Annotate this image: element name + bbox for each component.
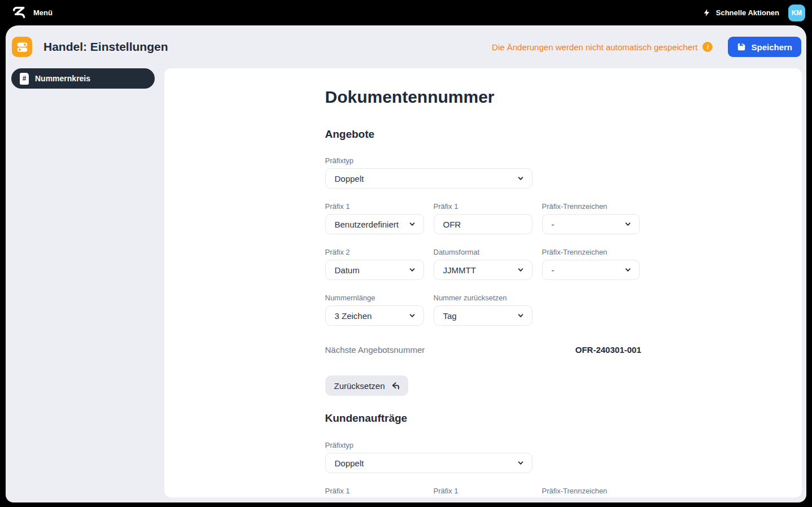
chevron-down-icon (408, 266, 416, 274)
field-label: Präfix-Trennzeichen (542, 488, 640, 495)
field-label: Präfixtyp (325, 442, 532, 449)
field-label: Präfix 1 (325, 203, 424, 210)
field-label: Präfix 1 (325, 488, 424, 495)
quick-actions-label: Schnelle Aktionen (716, 8, 779, 17)
selected-value: 3 Zeichen (335, 311, 372, 321)
field-praefix1-type: Präfix 1 Benutzerdefiniert (325, 203, 424, 234)
page-title: Handel: Einstellungen (43, 40, 168, 54)
field-label: Präfix 2 (325, 249, 424, 256)
settings-toggles-icon (12, 37, 32, 57)
angebote-row-praefix1: Präfix 1 Benutzerdefiniert Präfix 1 (325, 203, 641, 234)
kunden-praefixtyp-select[interactable]: Doppelt (325, 453, 532, 473)
section-title-kundenauftraege: Kundenaufträge (325, 413, 641, 424)
chevron-down-icon (408, 220, 416, 228)
field-label: Präfix 1 (434, 203, 532, 210)
info-icon[interactable]: i (702, 42, 713, 52)
field-praefixtyp: Präfixtyp Doppelt (325, 158, 532, 189)
app-logo[interactable] (11, 5, 27, 20)
user-avatar[interactable]: KM (788, 5, 805, 21)
next-number-label: Nächste Angebotsnummer (325, 346, 425, 355)
chevron-down-icon (408, 312, 416, 320)
next-number-row: Nächste Angebotsnummer OFR-240301-001 (325, 346, 641, 355)
reset-button-label: Zurücksetzen (334, 381, 385, 391)
sidebar-item-label: Nummernkreis (35, 74, 90, 83)
angebote-row-praefix2: Präfix 2 Datum Datumsformat JJMMTT (325, 249, 641, 280)
trennzeichen2-select[interactable]: - (542, 260, 640, 280)
sidebar: # Nummernkreis (6, 68, 155, 502)
save-button[interactable]: Speichern (728, 37, 801, 57)
field-label: Präfix-Trennzeichen (542, 249, 640, 256)
selected-value: Tag (443, 311, 457, 321)
praefix1-type-select[interactable]: Benutzerdefiniert (325, 214, 424, 234)
lightning-icon (702, 7, 711, 18)
angebote-row-nummer: Nummernlänge 3 Zeichen Nummer zurücksetz… (325, 295, 641, 326)
praefix1-input-wrap (434, 214, 532, 234)
field-kunden-trennzeichen-1: Präfix-Trennzeichen (542, 488, 640, 497)
save-button-label: Speichern (751, 42, 792, 52)
menu-button[interactable]: Menü (33, 8, 53, 17)
reset-button[interactable]: Zurücksetzen (325, 375, 408, 396)
field-praefixtyp-kunden: Präfixtyp Doppelt (325, 442, 532, 473)
field-kunden-praefix1-type: Präfix 1 (325, 488, 424, 497)
field-label: Präfixtyp (325, 158, 532, 164)
content-column: Dokumentennummer Angebote Präfixtyp Dopp… (325, 68, 641, 497)
chevron-down-icon (517, 459, 525, 467)
field-nummernlaenge: Nummernlänge 3 Zeichen (325, 295, 424, 326)
floppy-disk-icon (737, 42, 746, 51)
angebote-row-praefixtyp: Präfixtyp Doppelt (325, 158, 641, 189)
brand-r-icon (11, 5, 27, 20)
selected-value: JJMMTT (443, 265, 476, 275)
field-label: Nummer zurücksetzen (434, 295, 532, 301)
settings-panel: Handel: Einstellungen Die Änderungen wer… (6, 25, 806, 502)
chevron-down-icon (517, 266, 525, 274)
chevron-down-icon (517, 174, 525, 182)
selected-value: Doppelt (335, 174, 364, 183)
chevron-down-icon (517, 312, 525, 320)
selected-value: Datum (335, 265, 360, 275)
chevron-down-icon (624, 266, 632, 274)
document-number-title: Dokumentennummer (325, 88, 641, 107)
topbar: Menü Schnelle Aktionen KM (0, 0, 812, 25)
next-number-value: OFR-240301-001 (575, 346, 641, 355)
sidebar-item-nummernkreis[interactable]: # Nummernkreis (11, 68, 155, 89)
field-label: Präfix 1 (434, 488, 532, 495)
field-trennzeichen-1: Präfix-Trennzeichen - (542, 203, 640, 234)
field-trennzeichen-2: Präfix-Trennzeichen - (542, 249, 640, 280)
panel-header: Handel: Einstellungen Die Änderungen wer… (12, 37, 801, 57)
field-praefix1-value: Präfix 1 (434, 203, 532, 234)
quick-actions-button[interactable]: Schnelle Aktionen (702, 7, 779, 18)
field-kunden-praefix1-value: Präfix 1 (434, 488, 532, 497)
field-praefix2-type: Präfix 2 Datum (325, 249, 424, 280)
field-label: Präfix-Trennzeichen (542, 203, 640, 210)
topbar-right: Schnelle Aktionen KM (702, 5, 805, 21)
selected-value: - (552, 265, 555, 275)
panel-body: # Nummernkreis Dokumentennummer Angebote… (6, 68, 806, 502)
nummernlaenge-select[interactable]: 3 Zeichen (325, 305, 424, 326)
field-label: Datumsformat (434, 249, 532, 256)
hash-document-icon: # (20, 73, 29, 85)
praefixtyp-select[interactable]: Doppelt (325, 168, 532, 189)
undo-arrow-icon (391, 381, 400, 391)
praefix2-type-select[interactable]: Datum (325, 260, 424, 280)
field-nummer-zuruecksetzen: Nummer zurücksetzen Tag (434, 295, 532, 326)
trennzeichen1-select[interactable]: - (542, 214, 640, 234)
nummer-zuruecksetzen-select[interactable]: Tag (434, 305, 532, 326)
chevron-down-icon (624, 220, 632, 228)
field-datumsformat: Datumsformat JJMMTT (434, 249, 532, 280)
field-label: Nummernlänge (325, 295, 424, 301)
content-card: Dokumentennummer Angebote Präfixtyp Dopp… (164, 68, 802, 497)
autosave-warning: Die Änderungen werden nicht automatisch … (492, 42, 697, 52)
selected-value: Doppelt (335, 458, 364, 468)
kunden-row-praefix1: Präfix 1 Präfix 1 Präfix-Trennzeichen (325, 488, 641, 497)
selected-value: - (552, 220, 555, 229)
kunden-row-praefixtyp: Präfixtyp Doppelt (325, 442, 641, 473)
selected-value: Benutzerdefiniert (335, 220, 399, 229)
section-title-angebote: Angebote (325, 129, 641, 140)
praefix1-input[interactable] (443, 220, 525, 229)
datumsformat-select[interactable]: JJMMTT (434, 260, 532, 280)
